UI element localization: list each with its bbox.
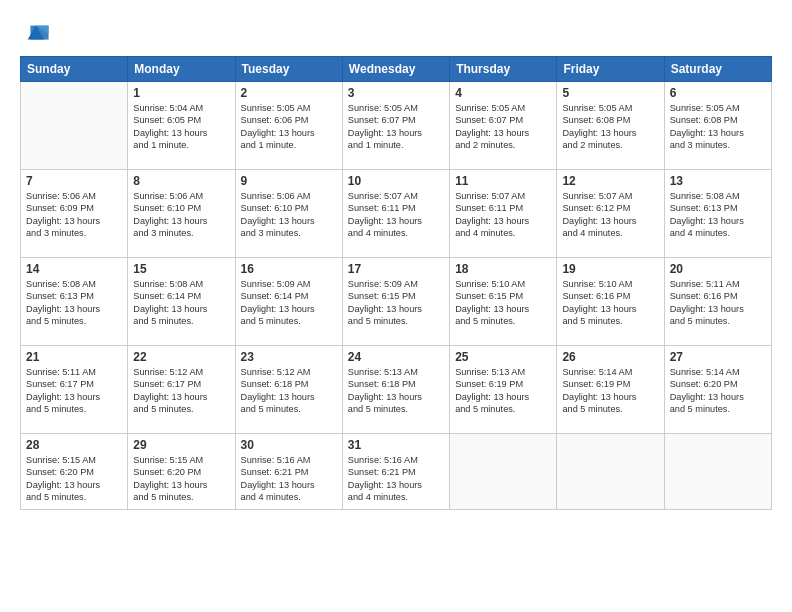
calendar-header-row: Sunday Monday Tuesday Wednesday Thursday… (21, 57, 772, 82)
logo-icon (22, 20, 50, 48)
day-number: 12 (562, 174, 658, 188)
table-row: 17Sunrise: 5:09 AM Sunset: 6:15 PM Dayli… (342, 258, 449, 346)
day-number: 31 (348, 438, 444, 452)
day-info: Sunrise: 5:06 AM Sunset: 6:10 PM Dayligh… (133, 190, 229, 240)
day-number: 3 (348, 86, 444, 100)
table-row: 7Sunrise: 5:06 AM Sunset: 6:09 PM Daylig… (21, 170, 128, 258)
day-number: 16 (241, 262, 337, 276)
day-number: 21 (26, 350, 122, 364)
col-friday: Friday (557, 57, 664, 82)
day-number: 2 (241, 86, 337, 100)
table-row: 13Sunrise: 5:08 AM Sunset: 6:13 PM Dayli… (664, 170, 771, 258)
day-info: Sunrise: 5:09 AM Sunset: 6:14 PM Dayligh… (241, 278, 337, 328)
table-row (450, 434, 557, 510)
day-info: Sunrise: 5:05 AM Sunset: 6:08 PM Dayligh… (670, 102, 766, 152)
day-info: Sunrise: 5:13 AM Sunset: 6:19 PM Dayligh… (455, 366, 551, 416)
day-number: 14 (26, 262, 122, 276)
table-row: 4Sunrise: 5:05 AM Sunset: 6:07 PM Daylig… (450, 82, 557, 170)
day-info: Sunrise: 5:05 AM Sunset: 6:08 PM Dayligh… (562, 102, 658, 152)
day-number: 28 (26, 438, 122, 452)
day-info: Sunrise: 5:06 AM Sunset: 6:09 PM Dayligh… (26, 190, 122, 240)
table-row: 16Sunrise: 5:09 AM Sunset: 6:14 PM Dayli… (235, 258, 342, 346)
day-info: Sunrise: 5:13 AM Sunset: 6:18 PM Dayligh… (348, 366, 444, 416)
day-info: Sunrise: 5:05 AM Sunset: 6:07 PM Dayligh… (348, 102, 444, 152)
table-row (21, 82, 128, 170)
day-info: Sunrise: 5:08 AM Sunset: 6:13 PM Dayligh… (670, 190, 766, 240)
day-number: 17 (348, 262, 444, 276)
col-monday: Monday (128, 57, 235, 82)
day-info: Sunrise: 5:11 AM Sunset: 6:17 PM Dayligh… (26, 366, 122, 416)
table-row: 23Sunrise: 5:12 AM Sunset: 6:18 PM Dayli… (235, 346, 342, 434)
table-row: 14Sunrise: 5:08 AM Sunset: 6:13 PM Dayli… (21, 258, 128, 346)
table-row: 15Sunrise: 5:08 AM Sunset: 6:14 PM Dayli… (128, 258, 235, 346)
day-number: 15 (133, 262, 229, 276)
table-row: 6Sunrise: 5:05 AM Sunset: 6:08 PM Daylig… (664, 82, 771, 170)
day-number: 8 (133, 174, 229, 188)
day-info: Sunrise: 5:16 AM Sunset: 6:21 PM Dayligh… (241, 454, 337, 504)
day-info: Sunrise: 5:11 AM Sunset: 6:16 PM Dayligh… (670, 278, 766, 328)
table-row: 8Sunrise: 5:06 AM Sunset: 6:10 PM Daylig… (128, 170, 235, 258)
logo (20, 20, 50, 48)
day-number: 4 (455, 86, 551, 100)
day-info: Sunrise: 5:07 AM Sunset: 6:11 PM Dayligh… (348, 190, 444, 240)
day-number: 25 (455, 350, 551, 364)
day-number: 13 (670, 174, 766, 188)
table-row: 22Sunrise: 5:12 AM Sunset: 6:17 PM Dayli… (128, 346, 235, 434)
table-row: 18Sunrise: 5:10 AM Sunset: 6:15 PM Dayli… (450, 258, 557, 346)
day-info: Sunrise: 5:08 AM Sunset: 6:13 PM Dayligh… (26, 278, 122, 328)
day-info: Sunrise: 5:07 AM Sunset: 6:12 PM Dayligh… (562, 190, 658, 240)
day-info: Sunrise: 5:15 AM Sunset: 6:20 PM Dayligh… (26, 454, 122, 504)
table-row: 28Sunrise: 5:15 AM Sunset: 6:20 PM Dayli… (21, 434, 128, 510)
day-info: Sunrise: 5:07 AM Sunset: 6:11 PM Dayligh… (455, 190, 551, 240)
col-saturday: Saturday (664, 57, 771, 82)
table-row: 9Sunrise: 5:06 AM Sunset: 6:10 PM Daylig… (235, 170, 342, 258)
day-number: 29 (133, 438, 229, 452)
table-row: 21Sunrise: 5:11 AM Sunset: 6:17 PM Dayli… (21, 346, 128, 434)
day-number: 19 (562, 262, 658, 276)
table-row (664, 434, 771, 510)
day-number: 7 (26, 174, 122, 188)
table-row: 30Sunrise: 5:16 AM Sunset: 6:21 PM Dayli… (235, 434, 342, 510)
table-row (557, 434, 664, 510)
day-info: Sunrise: 5:05 AM Sunset: 6:06 PM Dayligh… (241, 102, 337, 152)
col-thursday: Thursday (450, 57, 557, 82)
table-row: 26Sunrise: 5:14 AM Sunset: 6:19 PM Dayli… (557, 346, 664, 434)
day-info: Sunrise: 5:16 AM Sunset: 6:21 PM Dayligh… (348, 454, 444, 504)
day-info: Sunrise: 5:12 AM Sunset: 6:17 PM Dayligh… (133, 366, 229, 416)
page: Sunday Monday Tuesday Wednesday Thursday… (0, 0, 792, 612)
day-number: 20 (670, 262, 766, 276)
day-info: Sunrise: 5:10 AM Sunset: 6:16 PM Dayligh… (562, 278, 658, 328)
day-number: 27 (670, 350, 766, 364)
day-info: Sunrise: 5:09 AM Sunset: 6:15 PM Dayligh… (348, 278, 444, 328)
day-number: 10 (348, 174, 444, 188)
table-row: 5Sunrise: 5:05 AM Sunset: 6:08 PM Daylig… (557, 82, 664, 170)
day-info: Sunrise: 5:05 AM Sunset: 6:07 PM Dayligh… (455, 102, 551, 152)
table-row: 20Sunrise: 5:11 AM Sunset: 6:16 PM Dayli… (664, 258, 771, 346)
col-sunday: Sunday (21, 57, 128, 82)
table-row: 3Sunrise: 5:05 AM Sunset: 6:07 PM Daylig… (342, 82, 449, 170)
table-row: 29Sunrise: 5:15 AM Sunset: 6:20 PM Dayli… (128, 434, 235, 510)
day-info: Sunrise: 5:14 AM Sunset: 6:19 PM Dayligh… (562, 366, 658, 416)
table-row: 25Sunrise: 5:13 AM Sunset: 6:19 PM Dayli… (450, 346, 557, 434)
day-number: 9 (241, 174, 337, 188)
table-row: 1Sunrise: 5:04 AM Sunset: 6:05 PM Daylig… (128, 82, 235, 170)
day-info: Sunrise: 5:08 AM Sunset: 6:14 PM Dayligh… (133, 278, 229, 328)
table-row: 2Sunrise: 5:05 AM Sunset: 6:06 PM Daylig… (235, 82, 342, 170)
day-info: Sunrise: 5:15 AM Sunset: 6:20 PM Dayligh… (133, 454, 229, 504)
day-number: 6 (670, 86, 766, 100)
day-number: 1 (133, 86, 229, 100)
table-row: 10Sunrise: 5:07 AM Sunset: 6:11 PM Dayli… (342, 170, 449, 258)
day-info: Sunrise: 5:06 AM Sunset: 6:10 PM Dayligh… (241, 190, 337, 240)
table-row: 31Sunrise: 5:16 AM Sunset: 6:21 PM Dayli… (342, 434, 449, 510)
header (20, 16, 772, 48)
table-row: 12Sunrise: 5:07 AM Sunset: 6:12 PM Dayli… (557, 170, 664, 258)
table-row: 27Sunrise: 5:14 AM Sunset: 6:20 PM Dayli… (664, 346, 771, 434)
day-number: 30 (241, 438, 337, 452)
day-info: Sunrise: 5:12 AM Sunset: 6:18 PM Dayligh… (241, 366, 337, 416)
day-info: Sunrise: 5:04 AM Sunset: 6:05 PM Dayligh… (133, 102, 229, 152)
day-info: Sunrise: 5:14 AM Sunset: 6:20 PM Dayligh… (670, 366, 766, 416)
col-wednesday: Wednesday (342, 57, 449, 82)
table-row: 19Sunrise: 5:10 AM Sunset: 6:16 PM Dayli… (557, 258, 664, 346)
day-number: 26 (562, 350, 658, 364)
day-number: 5 (562, 86, 658, 100)
